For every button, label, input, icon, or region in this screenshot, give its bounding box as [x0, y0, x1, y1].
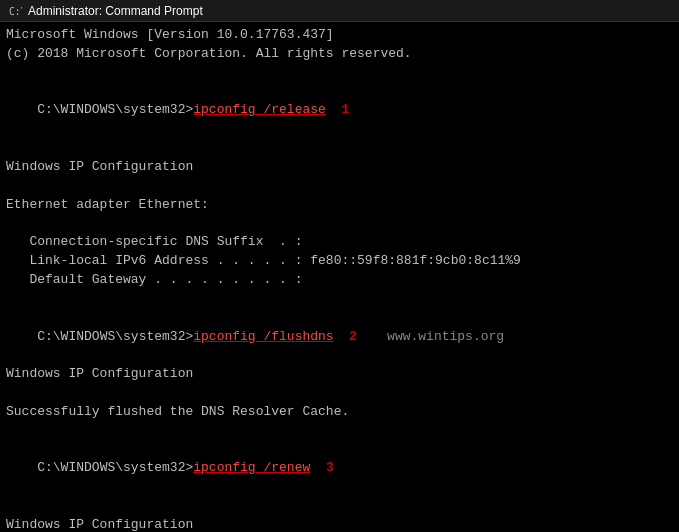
watermark: www.wintips.org	[387, 329, 504, 344]
blank-4	[6, 214, 673, 233]
terminal-body[interactable]: Microsoft Windows [Version 10.0.17763.43…	[0, 22, 679, 532]
eth-adapter-1: Ethernet adapter Ethernet:	[6, 196, 673, 215]
blank-3	[6, 177, 673, 196]
flush-success: Successfully flushed the DNS Resolver Ca…	[6, 403, 673, 422]
cmd-line-2: C:\WINDOWS\system32>ipconfig /flushdns 2…	[6, 309, 673, 366]
blank-5	[6, 290, 673, 309]
command-1: ipconfig /release	[193, 102, 326, 117]
title-bar-text: Administrator: Command Prompt	[28, 4, 671, 18]
command-2: ipconfig /flushdns	[193, 329, 333, 344]
blank-6	[6, 384, 673, 403]
blank-1	[6, 64, 673, 83]
prompt-1: C:\WINDOWS\system32>	[37, 102, 193, 117]
ipv6-1: Link-local IPv6 Address . . . . . : fe80…	[6, 252, 673, 271]
title-bar: C:\ Administrator: Command Prompt	[0, 0, 679, 22]
win-ip-config-2: Windows IP Configuration	[6, 365, 673, 384]
step-badge-3: 3	[326, 460, 334, 475]
dns-suffix-1: Connection-specific DNS Suffix . :	[6, 233, 673, 252]
cmd-icon: C:\	[8, 4, 22, 18]
cmd-line-3: C:\WINDOWS\system32>ipconfig /renew 3	[6, 441, 673, 498]
copyright-line: (c) 2018 Microsoft Corporation. All righ…	[6, 45, 673, 64]
gateway-1: Default Gateway . . . . . . . . . :	[6, 271, 673, 290]
command-3: ipconfig /renew	[193, 460, 310, 475]
win-ip-config-3: Windows IP Configuration	[6, 516, 673, 532]
step-badge-2: 2	[349, 329, 357, 344]
prompt-3: C:\WINDOWS\system32>	[37, 460, 193, 475]
cmd-line-1: C:\WINDOWS\system32>ipconfig /release 1	[6, 83, 673, 140]
version-line: Microsoft Windows [Version 10.0.17763.43…	[6, 26, 673, 45]
blank-8	[6, 497, 673, 516]
svg-text:C:\: C:\	[9, 6, 22, 17]
blank-7	[6, 422, 673, 441]
win-ip-config-1: Windows IP Configuration	[6, 158, 673, 177]
step-badge-1: 1	[341, 102, 349, 117]
prompt-2: C:\WINDOWS\system32>	[37, 329, 193, 344]
blank-2	[6, 139, 673, 158]
